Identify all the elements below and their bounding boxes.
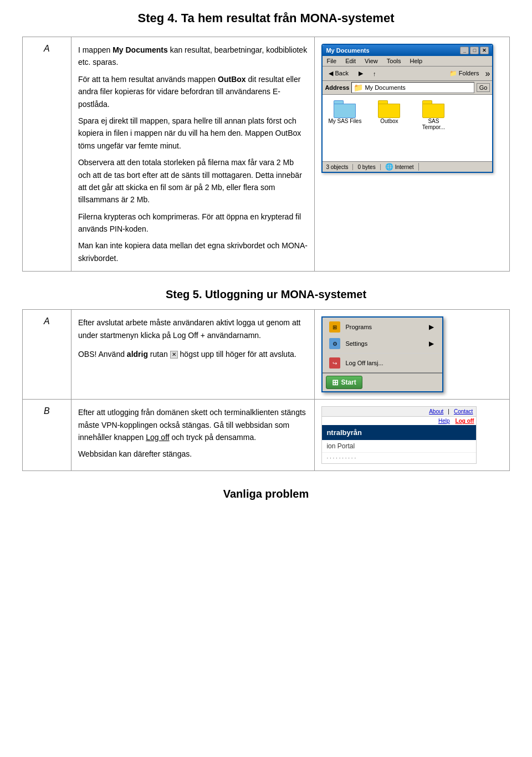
up-button[interactable]: ↑ [369,69,380,79]
step5-row-b-para-2: Webbsidan kan därefter stängas. [78,448,308,460]
start-menu-logoff[interactable]: ↪ Log Off larsj... [325,355,440,371]
settings-label: Settings [344,340,369,347]
zone-value: Internet [395,164,414,170]
step5-row-b-image: About | Contact Help Log off ntralbyrån … [315,400,510,471]
step4-text-cell: I mappen My Documents kan resultat, bear… [71,37,315,272]
portal-content-preview: · · · · · · · · · · [322,452,476,463]
sas-temp-folder-label: SAS Tempor... [417,118,450,130]
win-addressbar: Address 📁 My Documents Go [323,81,492,95]
win-minimize-btn[interactable]: _ [460,47,469,54]
web-portal-header: Help Log off [322,417,476,425]
step5-row-b-label: B [23,400,71,471]
win-titlebar-buttons: _ □ ✕ [460,47,489,54]
folders-button[interactable]: 📁 Folders [446,68,483,79]
win-content-area: My SAS Files Outbox [323,95,492,161]
outbox-bold: OutBox [218,75,246,84]
win-statusbar: 3 objects 0 bytes 🌐 Internet [323,161,492,172]
portal-subtitle-text: ion Portal [326,442,355,450]
start-button-bar: ⊞ Start [323,373,442,391]
start-menu-programs[interactable]: ⊞ Programs ▶ [325,319,440,335]
step5-row-a-image: ⊞ Programs ▶ ⚙ Settings ▶ [315,310,510,400]
toolbar-arrow[interactable]: » [485,69,490,79]
start-menu-settings[interactable]: ⚙ Settings ▶ [325,335,440,352]
folder-outbox[interactable]: Outbox [372,100,406,156]
address-value: My Documents [365,84,405,91]
statusbar-objects: 3 objects [326,164,353,170]
go-button[interactable]: Go [477,83,490,92]
my-documents-bold: My Documents [112,45,168,54]
folder-body-2 [378,104,400,118]
step5-row-a-text: Efter avslutat arbete måste användaren a… [71,310,315,400]
step5-title: Steg 5. Utloggning ur MONA-systemet [22,288,510,301]
settings-arrow: ▶ [427,339,436,348]
step4-para-6: Man kan inte kopiera data mellan det egn… [78,239,308,264]
folder-body-3 [422,104,444,118]
win-menubar: File Edit View Tools Help [323,56,492,67]
vanliga-problem-title: Vanliga problem [22,488,510,500]
folder-sas-tempor[interactable]: SAS Tempor... [417,100,450,156]
step4-row-label: A [23,37,71,272]
menu-help[interactable]: Help [408,57,424,65]
menu-file[interactable]: File [325,57,338,65]
help-link[interactable]: Help [438,418,450,424]
win-close-btn[interactable]: ✕ [480,47,489,54]
step5-row-b-text: Efter att utlogging från domänen skett o… [71,400,315,471]
settings-icon: ⚙ [329,338,340,349]
web-portal-top-links: About | Contact [322,407,476,417]
page-title: Steg 4. Ta hem resultat från MONA-system… [22,11,510,25]
programs-label: Programs [344,323,374,331]
portal-logo-text: ntralbyrån [326,428,362,437]
outbox-folder-icon [378,100,400,118]
folder-body [334,104,356,118]
logoff-icon: ↪ [329,357,340,369]
my-documents-window: My Documents _ □ ✕ File Edit View Tools … [321,44,493,173]
menu-edit[interactable]: Edit [344,57,357,65]
start-label: Start [341,378,356,386]
start-menu-divider [325,353,440,354]
forward-button[interactable]: ▶ [355,68,367,79]
outbox-folder-label: Outbox [380,118,398,124]
step5-title-text: Steg 5. Utloggning ur MONA-systemet [166,288,366,300]
win-toolbar: ◀ Back ▶ ↑ 📁 Folders » [323,67,492,81]
settings-item-left: ⚙ Settings [329,338,369,349]
menu-view[interactable]: View [363,57,380,65]
sas-temp-folder-icon [422,100,444,118]
win-maximize-btn[interactable]: □ [470,47,479,54]
size-value: 0 bytes [357,164,375,170]
about-link[interactable]: About [429,408,443,415]
step4-image-cell: My Documents _ □ ✕ File Edit View Tools … [315,37,510,272]
portal-logo: ntralbyrån [322,425,476,440]
portal-content-text: · · · · · · · · · · [326,455,356,461]
step5-row-a-label: A [23,310,71,400]
windows-logo-icon: ⊞ [332,378,339,387]
menu-tools[interactable]: Tools [385,57,403,65]
address-input[interactable]: 📁 My Documents [351,82,474,93]
sas-folder-label: My SAS Files [328,118,361,124]
web-portal-window: About | Contact Help Log off ntralbyrån … [321,406,477,464]
start-menu-items: ⊞ Programs ▶ ⚙ Settings ▶ [323,318,442,373]
start-menu: ⊞ Programs ▶ ⚙ Settings ▶ [321,316,443,392]
start-button[interactable]: ⊞ Start [326,376,362,389]
back-button[interactable]: ◀ Back [325,68,352,79]
win-titlebar: My Documents _ □ ✕ [323,45,492,56]
logoff-link[interactable]: Log off [456,418,474,424]
step5-row-b-para-1: Efter att utlogging från domänen skett o… [78,406,308,443]
objects-count: 3 objects [326,164,348,170]
log-off-link: Log off [146,433,170,442]
statusbar-size: 0 bytes [357,164,380,170]
step4-para-1: I mappen My Documents kan resultat, bear… [78,44,308,69]
address-label: Address [325,84,349,91]
sas-folder-icon [334,100,356,118]
contact-link[interactable]: Contact [454,408,473,415]
step4-para-3: Spara ej direkt till mappen, spara hellr… [78,115,308,152]
logoff-item-left: ↪ Log Off larsj... [329,357,385,369]
programs-item-left: ⊞ Programs [329,321,374,333]
portal-subtitle: ion Portal [322,440,476,452]
step4-para-4: Observera att den totala storleken på fi… [78,156,308,206]
close-x-icon: ✕ [170,351,178,359]
folder-my-sas-files[interactable]: My SAS Files [328,100,361,156]
programs-icon: ⊞ [329,321,340,333]
step5-table: A Efter avslutat arbete måste användaren… [22,309,510,471]
step4-para-2: För att ta hem resultat används mappen O… [78,73,308,110]
step4-table: A I mappen My Documents kan resultat, be… [22,37,510,272]
